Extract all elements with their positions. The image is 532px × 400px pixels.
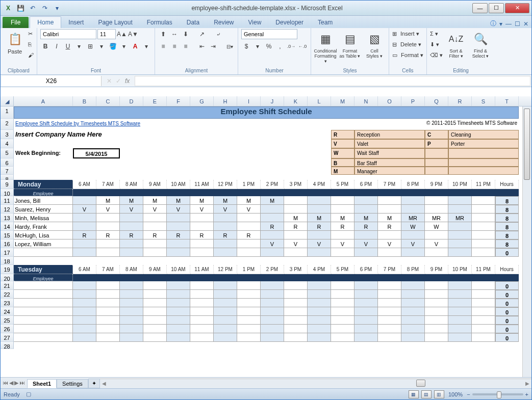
shift-cell[interactable] [143, 214, 167, 222]
shift-cell[interactable] [284, 196, 308, 205]
shift-cell[interactable]: V [143, 205, 167, 214]
shift-cell[interactable]: M [96, 196, 120, 205]
shift-cell[interactable] [73, 239, 96, 248]
shift-cell[interactable] [448, 333, 472, 342]
shift-cell[interactable] [167, 325, 190, 333]
fx-icon[interactable]: fx [125, 77, 130, 85]
shift-cell[interactable] [448, 290, 472, 299]
employee-name-cell[interactable]: Suarez, Henry [14, 205, 73, 214]
shift-cell[interactable] [237, 239, 261, 248]
shift-cell[interactable] [190, 290, 214, 299]
shift-cell[interactable] [354, 290, 378, 299]
shift-cell[interactable] [448, 248, 472, 257]
macro-record-icon[interactable]: ▢ [26, 391, 31, 397]
week-date[interactable]: 5/4/2015 [73, 148, 120, 158]
shift-cell[interactable] [354, 307, 378, 316]
shift-cell[interactable] [190, 214, 214, 222]
shift-cell[interactable] [214, 214, 237, 222]
column-header[interactable]: R [448, 96, 472, 106]
shift-cell[interactable] [96, 248, 120, 257]
tab-nav-first-icon[interactable]: ⏮ [3, 380, 8, 386]
shift-cell[interactable] [73, 299, 96, 307]
employee-name-cell[interactable] [14, 281, 73, 290]
align-left-button[interactable]: ≡ [158, 41, 168, 51]
shift-cell[interactable] [425, 248, 448, 257]
shift-cell[interactable] [167, 333, 190, 342]
shift-cell[interactable]: R [190, 231, 214, 239]
shift-cell[interactable] [237, 214, 261, 222]
sort-filter-button[interactable]: A↓ZSort &Filter ▾ [445, 29, 467, 59]
shift-cell[interactable] [96, 214, 120, 222]
shift-cell[interactable] [190, 316, 214, 325]
shift-cell[interactable] [237, 333, 261, 342]
shift-cell[interactable] [120, 316, 143, 325]
shift-cell[interactable] [96, 333, 120, 342]
shift-cell[interactable] [261, 325, 284, 333]
shift-cell[interactable] [378, 325, 401, 333]
shift-cell[interactable] [73, 316, 96, 325]
align-right-button[interactable]: ≡ [181, 41, 191, 51]
shift-cell[interactable] [214, 316, 237, 325]
shift-cell[interactable]: M [190, 196, 214, 205]
employee-name-cell[interactable] [14, 307, 73, 316]
percent-button[interactable]: % [264, 41, 274, 51]
shift-cell[interactable] [237, 222, 261, 231]
shrink-font-button[interactable]: A▼ [128, 29, 138, 39]
find-select-button[interactable]: 🔍Find &Select ▾ [469, 29, 492, 59]
shift-cell[interactable] [425, 325, 448, 333]
shift-cell[interactable] [73, 290, 96, 299]
shift-cell[interactable] [120, 281, 143, 290]
column-header[interactable]: O [378, 96, 401, 106]
decrease-indent-button[interactable]: ⇤ [197, 41, 207, 51]
shift-cell[interactable] [214, 325, 237, 333]
source-link[interactable]: Employee Shift Schedule by Timesheets MT… [15, 121, 140, 126]
align-middle-button[interactable]: ↔ [169, 29, 180, 39]
enter-formula-icon[interactable]: ✓ [116, 77, 121, 85]
shift-cell[interactable] [448, 281, 472, 290]
shift-cell[interactable] [378, 299, 401, 307]
shift-cell[interactable] [401, 196, 425, 205]
shift-cell[interactable] [214, 222, 237, 231]
close-button[interactable]: ✕ [505, 3, 529, 13]
shift-cell[interactable]: R [237, 231, 261, 239]
shift-cell[interactable] [354, 325, 378, 333]
employee-name-cell[interactable] [14, 248, 73, 257]
zoom-out-button[interactable]: − [467, 391, 470, 397]
shift-cell[interactable] [425, 333, 448, 342]
shift-cell[interactable] [472, 307, 495, 316]
shift-cell[interactable] [143, 299, 167, 307]
bold-button[interactable]: B [40, 41, 50, 51]
maximize-button[interactable]: ☐ [489, 3, 504, 13]
increase-indent-button[interactable]: ⇥ [208, 41, 218, 51]
employee-name-cell[interactable] [14, 316, 73, 325]
shift-cell[interactable] [120, 290, 143, 299]
save-icon[interactable]: 💾 [15, 3, 26, 14]
grid[interactable]: 1Employee Shift Schedule2Employee Shift … [1, 106, 531, 349]
minimize-button[interactable]: — [472, 3, 488, 13]
shift-cell[interactable] [96, 325, 120, 333]
copy-button[interactable]: ⎘ [28, 40, 34, 49]
column-header[interactable]: C [96, 96, 120, 106]
shift-cell[interactable]: R [261, 222, 284, 231]
shift-cell[interactable] [167, 299, 190, 307]
shift-cell[interactable]: V [378, 239, 401, 248]
shift-cell[interactable]: M [378, 214, 401, 222]
cell-styles-button[interactable]: ▧CellStyles ▾ [363, 29, 386, 59]
name-box[interactable]: X26 [2, 76, 102, 86]
shift-cell[interactable]: M [120, 196, 143, 205]
shift-cell[interactable] [284, 281, 308, 290]
zoom-level[interactable]: 100% [448, 391, 463, 397]
delete-cells-button[interactable]: ⊟ Delete ▾ [392, 40, 423, 49]
shift-cell[interactable] [73, 281, 96, 290]
shift-cell[interactable]: V [167, 205, 190, 214]
shift-cell[interactable] [120, 325, 143, 333]
horizontal-scrollbar[interactable]: ◀ ▶ [100, 379, 531, 388]
shift-cell[interactable] [401, 290, 425, 299]
shift-cell[interactable] [308, 299, 331, 307]
shift-cell[interactable] [472, 222, 495, 231]
shift-cell[interactable] [284, 325, 308, 333]
fill-color-button[interactable]: 🪣 [108, 41, 118, 51]
decrease-decimal-button[interactable]: ←.0 [297, 41, 308, 51]
workbook-close-icon[interactable]: ✕ [523, 20, 528, 28]
shift-cell[interactable] [167, 222, 190, 231]
